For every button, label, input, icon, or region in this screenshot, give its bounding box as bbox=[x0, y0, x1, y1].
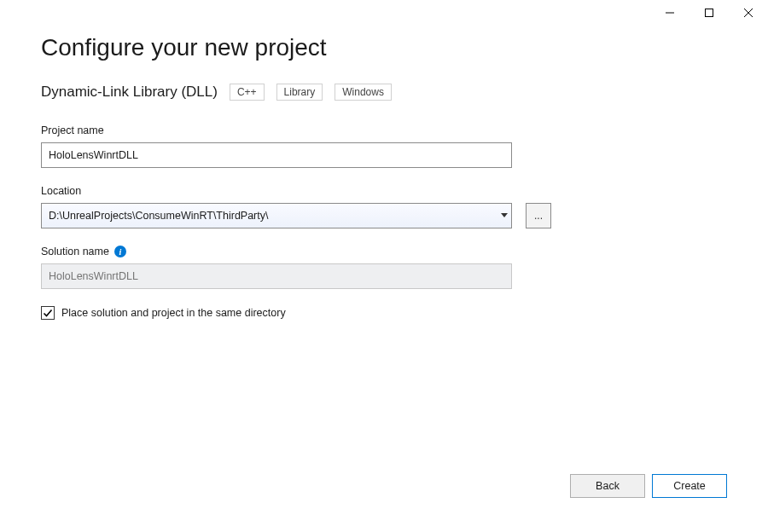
template-name: Dynamic-Link Library (DLL) bbox=[41, 84, 218, 101]
footer: Back Create bbox=[570, 474, 727, 498]
solution-name-group: Solution name i bbox=[41, 246, 727, 289]
back-button[interactable]: Back bbox=[570, 474, 645, 498]
same-directory-row: Place solution and project in the same d… bbox=[41, 306, 727, 320]
info-icon[interactable]: i bbox=[114, 246, 126, 257]
close-icon bbox=[744, 9, 753, 17]
check-icon bbox=[43, 308, 53, 318]
same-directory-label: Place solution and project in the same d… bbox=[61, 307, 286, 319]
solution-name-input bbox=[41, 263, 512, 289]
template-row: Dynamic-Link Library (DLL) C++ Library W… bbox=[41, 84, 727, 101]
browse-button[interactable]: ... bbox=[526, 203, 551, 228]
solution-name-label-text: Solution name bbox=[41, 246, 109, 257]
maximize-button[interactable] bbox=[689, 0, 729, 26]
project-name-label: Project name bbox=[41, 124, 727, 136]
chevron-down-icon[interactable] bbox=[496, 204, 511, 228]
location-label: Location bbox=[41, 185, 727, 197]
main-content: Configure your new project Dynamic-Link … bbox=[0, 0, 768, 320]
template-tag: C++ bbox=[230, 84, 265, 101]
svg-rect-1 bbox=[706, 9, 713, 17]
titlebar bbox=[650, 0, 768, 26]
svg-marker-4 bbox=[501, 213, 508, 217]
location-combobox[interactable] bbox=[41, 203, 512, 228]
close-button[interactable] bbox=[729, 0, 768, 26]
create-button[interactable]: Create bbox=[652, 474, 727, 498]
location-input[interactable] bbox=[42, 204, 496, 228]
template-tag: Library bbox=[276, 84, 323, 101]
project-name-group: Project name bbox=[41, 124, 727, 168]
maximize-icon bbox=[705, 9, 713, 17]
project-name-input[interactable] bbox=[41, 142, 512, 168]
page-title: Configure your new project bbox=[41, 34, 727, 61]
template-tag: Windows bbox=[335, 84, 392, 101]
solution-name-label: Solution name i bbox=[41, 246, 727, 257]
location-group: Location ... bbox=[41, 185, 727, 228]
same-directory-checkbox[interactable] bbox=[41, 306, 55, 320]
minimize-button[interactable] bbox=[650, 0, 689, 26]
minimize-icon bbox=[666, 9, 674, 17]
